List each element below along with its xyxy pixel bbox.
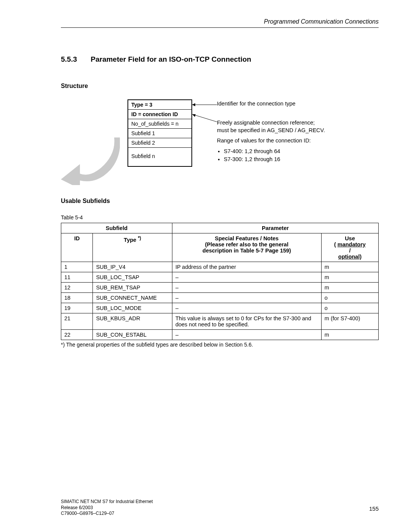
- page-footer: SIMATIC NET NCM S7 for Industrial Ethern…: [61, 499, 379, 517]
- th-parameter-group: Parameter: [172, 223, 378, 233]
- cell-id: 1: [61, 262, 93, 272]
- cell-id: 12: [61, 283, 93, 293]
- cell-notes: –: [172, 272, 321, 283]
- cell-use: m: [321, 272, 378, 283]
- th-use-optional: optional): [325, 254, 375, 260]
- table-caption: Table 5-4: [61, 214, 379, 220]
- range-item-2: S7-300: 1,2 through 16: [224, 156, 325, 163]
- th-use-slash: /: [325, 248, 375, 254]
- table-row: 18SUB_CONNECT_NAME–o: [61, 293, 379, 303]
- th-notes-l2: (Please refer also to the general: [175, 241, 318, 248]
- running-header: Programmed Communication Connections: [61, 18, 379, 28]
- pointer-line-1: [192, 102, 217, 107]
- cell-notes: IP address of the partner: [172, 262, 321, 272]
- table-row: 22SUB_CON_ESTABL–m: [61, 330, 379, 340]
- struct-row-sub1: Subfield 1: [128, 129, 191, 138]
- cell-type: SUB_IP_V4: [93, 262, 172, 272]
- cell-type: SUB_CONNECT_NAME: [93, 293, 172, 303]
- cell-type: SUB_KBUS_ADR: [93, 313, 172, 330]
- footer-line-3: C79000–G8976–C129–07: [61, 511, 379, 517]
- th-subfield-group: Subfield: [61, 223, 172, 233]
- structure-subhead: Structure: [61, 83, 379, 89]
- cell-notes: This value is always set to 0 for CPs fo…: [172, 313, 321, 330]
- cell-use: m: [321, 330, 378, 340]
- cell-notes: –: [172, 330, 321, 340]
- cell-notes: –: [172, 303, 321, 313]
- th-id: ID: [61, 233, 93, 262]
- annotation-id-line2: must be specified in AG_SEND / AG_RECV.: [217, 127, 325, 134]
- annotation-id: Freely assignable connection reference; …: [217, 119, 325, 164]
- th-use: Use ( mandatory / optional): [321, 233, 378, 262]
- svg-marker-3: [192, 114, 196, 117]
- table-row: 1SUB_IP_V4IP address of the partnerm: [61, 262, 379, 272]
- table-row: 21SUB_KBUS_ADRThis value is always set t…: [61, 313, 379, 330]
- cell-id: 18: [61, 293, 93, 303]
- th-type-sup: *): [138, 235, 141, 241]
- footer-line-1: SIMATIC NET NCM S7 for Industrial Ethern…: [61, 499, 379, 505]
- annotation-range-head: Range of values for the connection ID:: [217, 137, 325, 145]
- subfields-table: Subfield Parameter ID Type *) Special Fe…: [61, 223, 379, 340]
- cell-notes: –: [172, 283, 321, 293]
- footer-line-2: Release 6/2003: [61, 505, 379, 511]
- section-heading: 5.5.3 Parameter Field for an ISO-on-TCP …: [61, 55, 379, 64]
- cell-use: o: [321, 303, 378, 313]
- cell-id: 21: [61, 313, 93, 330]
- table-footnote: *) The general properties of the subfiel…: [61, 342, 379, 348]
- th-mandatory-underline: mandatory: [338, 241, 366, 248]
- th-notes-l3: description in Table 5-7 Page 159): [175, 248, 318, 254]
- th-use-mandatory: ( mandatory: [325, 241, 375, 248]
- range-item-1: S7-400: 1,2 through 64: [224, 148, 325, 155]
- struct-row-type: Type = 3: [128, 100, 191, 110]
- table-row: 12SUB_REM_TSAP–m: [61, 283, 379, 293]
- th-use-text: Use: [325, 235, 375, 241]
- section-number: 5.5.3: [61, 55, 77, 64]
- annotation-type: Identifier for the connection type: [217, 100, 295, 108]
- cell-id: 11: [61, 272, 93, 283]
- cell-id: 19: [61, 303, 93, 313]
- cell-type: SUB_LOC_TSAP: [93, 272, 172, 283]
- table-row: 11SUB_LOC_TSAP–m: [61, 272, 379, 283]
- struct-row-subn: Subfield n: [128, 148, 191, 166]
- usable-subfields-subhead: Usable Subfields: [61, 198, 379, 204]
- struct-row-sub2: Subfield 2: [128, 138, 191, 148]
- svg-line-2: [192, 114, 217, 122]
- structure-table: Type = 3 ID = connection ID No_of_subfie…: [127, 99, 192, 167]
- cell-use: m: [321, 262, 378, 272]
- cell-type: SUB_REM_TSAP: [93, 283, 172, 293]
- cell-type: SUB_CON_ESTABL: [93, 330, 172, 340]
- cell-use: m: [321, 283, 378, 293]
- cell-notes: –: [172, 293, 321, 303]
- th-type: Type *): [93, 233, 172, 262]
- pointer-line-2: [192, 113, 217, 124]
- th-optional-underline: optional): [338, 254, 362, 260]
- svg-marker-1: [192, 103, 195, 106]
- section-title-text: Parameter Field for an ISO-on-TCP Connec…: [91, 55, 251, 64]
- struct-row-id: ID = connection ID: [128, 110, 191, 119]
- th-notes-l1: Special Features / Notes: [175, 235, 318, 241]
- page-number: 155: [369, 505, 379, 513]
- th-type-text: Type: [124, 237, 136, 243]
- cell-use: m (for S7-400): [321, 313, 378, 330]
- annotation-id-line1: Freely assignable connection reference;: [217, 119, 325, 127]
- table-row: 19SUB_LOC_MODE–o: [61, 303, 379, 313]
- cell-type: SUB_LOC_MODE: [93, 303, 172, 313]
- curved-arrow-icon: [59, 136, 120, 185]
- th-notes: Special Features / Notes (Please refer a…: [172, 233, 321, 262]
- cell-use: o: [321, 293, 378, 303]
- struct-row-nsub: No_of_subfields = n: [128, 119, 191, 129]
- cell-id: 22: [61, 330, 93, 340]
